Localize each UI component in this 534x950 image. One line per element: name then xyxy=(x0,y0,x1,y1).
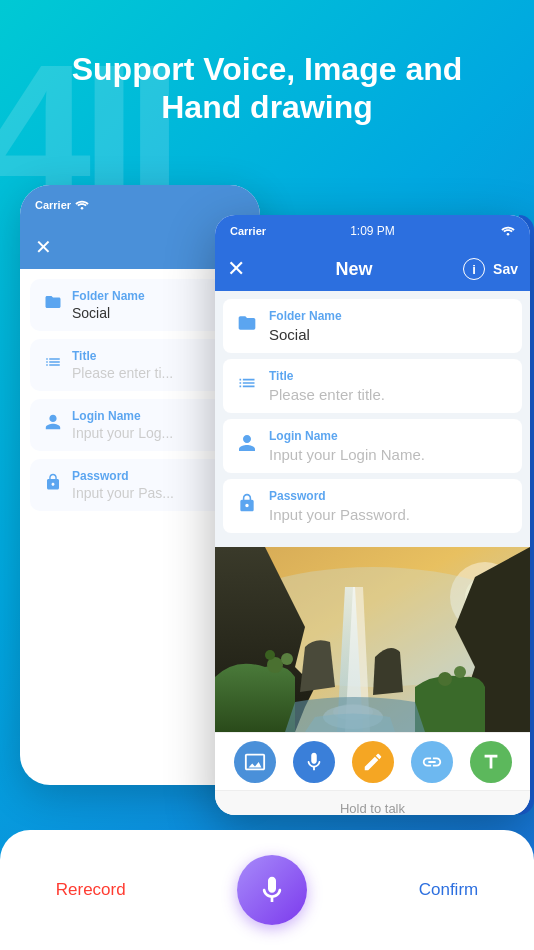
front-login-icon xyxy=(235,431,259,455)
back-password-placeholder: Input your Pas... xyxy=(72,485,238,501)
back-title-label: Title xyxy=(72,349,238,363)
header-title: Support Voice, Image and Hand drawing xyxy=(40,50,494,127)
toolbar-text-button[interactable] xyxy=(470,741,512,783)
back-folder-value: Social xyxy=(72,305,238,321)
front-close-button[interactable]: ✕ xyxy=(227,256,245,282)
front-nav-title: New xyxy=(336,259,373,280)
back-title-placeholder: Please enter ti... xyxy=(72,365,238,381)
front-title-icon xyxy=(235,371,259,395)
toolbar-draw-button[interactable] xyxy=(352,741,394,783)
front-login-placeholder: Input your Login Name. xyxy=(269,446,510,463)
back-folder-field: Folder Name Social xyxy=(72,289,238,321)
front-folder-value: Social xyxy=(269,326,510,343)
back-password-icon xyxy=(42,471,64,493)
toolbar-image-button[interactable] xyxy=(234,741,276,783)
back-password-label: Password xyxy=(72,469,238,483)
front-login-row[interactable]: Login Name Input your Login Name. xyxy=(223,419,522,473)
confirm-button[interactable]: Confirm xyxy=(419,880,479,900)
front-folder-row[interactable]: Folder Name Social xyxy=(223,299,522,353)
front-title-label: Title xyxy=(269,369,510,383)
back-folder-label: Folder Name xyxy=(72,289,238,303)
back-title-field: Title Please enter ti... xyxy=(72,349,238,381)
front-nav-right: i Sav xyxy=(463,258,518,280)
front-title-placeholder: Please enter title. xyxy=(269,386,510,403)
front-form: Folder Name Social Title Please enter ti… xyxy=(215,291,530,547)
front-folder-icon xyxy=(235,311,259,335)
front-login-label: Login Name xyxy=(269,429,510,443)
front-statusbar: Carrier 1:09 PM xyxy=(215,215,530,247)
back-wifi-icon xyxy=(75,200,89,210)
back-password-field: Password Input your Pas... xyxy=(72,469,238,501)
svg-point-10 xyxy=(265,650,275,660)
front-title-row[interactable]: Title Please enter title. xyxy=(223,359,522,413)
waterfall-image xyxy=(215,547,530,732)
front-password-icon xyxy=(235,491,259,515)
front-login-field: Login Name Input your Login Name. xyxy=(269,429,510,463)
front-wifi-icon xyxy=(501,226,515,236)
phone-front: Carrier 1:09 PM ✕ New i Sav Folder Name … xyxy=(215,215,530,815)
svg-point-9 xyxy=(281,653,293,665)
front-password-row[interactable]: Password Input your Password. xyxy=(223,479,522,533)
front-time: 1:09 PM xyxy=(350,224,395,238)
big-mic-button[interactable] xyxy=(237,855,307,925)
front-folder-label: Folder Name xyxy=(269,309,510,323)
back-login-icon xyxy=(42,411,64,433)
back-title-icon xyxy=(42,351,64,373)
front-password-field: Password Input your Password. xyxy=(269,489,510,523)
back-login-label: Login Name xyxy=(72,409,238,423)
toolbar-mic-button[interactable] xyxy=(293,741,335,783)
front-navbar: ✕ New i Sav xyxy=(215,247,530,291)
back-login-placeholder: Input your Log... xyxy=(72,425,238,441)
front-save-button[interactable]: Sav xyxy=(493,261,518,277)
svg-point-1 xyxy=(507,233,510,236)
front-toolbar xyxy=(215,732,530,790)
svg-point-11 xyxy=(438,672,452,686)
bottom-bar: Rerecord Confirm xyxy=(0,830,534,950)
rerecord-button[interactable]: Rerecord xyxy=(56,880,126,900)
hold-to-talk-bar: Hold to talk xyxy=(215,790,530,815)
back-login-field: Login Name Input your Log... xyxy=(72,409,238,441)
hold-to-talk-label: Hold to talk xyxy=(340,801,405,815)
header-section: Support Voice, Image and Hand drawing xyxy=(0,50,534,127)
front-title-field: Title Please enter title. xyxy=(269,369,510,403)
front-info-button[interactable]: i xyxy=(463,258,485,280)
svg-point-12 xyxy=(454,666,466,678)
front-carrier: Carrier xyxy=(230,225,266,237)
front-password-label: Password xyxy=(269,489,510,503)
back-folder-icon xyxy=(42,291,64,313)
back-close-button[interactable]: ✕ xyxy=(35,235,52,259)
back-carrier: Carrier xyxy=(35,199,71,211)
svg-point-0 xyxy=(81,207,84,210)
toolbar-link-button[interactable] xyxy=(411,741,453,783)
front-password-placeholder: Input your Password. xyxy=(269,506,510,523)
front-folder-field: Folder Name Social xyxy=(269,309,510,343)
